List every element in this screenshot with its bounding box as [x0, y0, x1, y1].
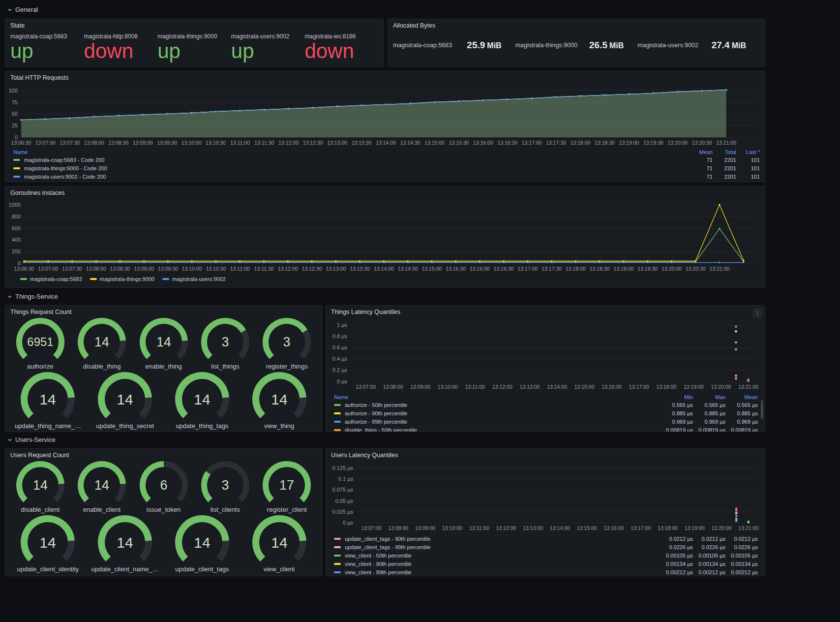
series-name[interactable]: update_client_tags - 90th percentile — [345, 536, 430, 542]
series-name[interactable]: view_client - 50th percentile — [345, 553, 412, 559]
legend-item[interactable]: magistrala-coap:5683 — [20, 276, 82, 282]
gauge-title: enable_thing — [145, 363, 181, 370]
svg-text:14: 14 — [94, 478, 109, 493]
svg-text:14: 14 — [117, 391, 133, 407]
svg-text:14: 14 — [271, 534, 287, 551]
stat-value: 25.9MiB — [467, 40, 501, 51]
gauge-title: view_client — [264, 565, 295, 573]
state-stats: magistrala-coap:5683upmagistrala-http:80… — [5, 32, 383, 62]
svg-text:0.075 µs: 0.075 µs — [332, 487, 354, 493]
gauge-disable_thing: 14disable_thing — [71, 317, 132, 372]
legend-header-name[interactable]: Name — [13, 149, 689, 155]
svg-text:3: 3 — [283, 335, 291, 349]
panel-title[interactable]: Allocated Bytes — [388, 19, 765, 32]
svg-text:13:07:00: 13:07:00 — [38, 266, 58, 272]
svg-text:13:17:00: 13:17:00 — [517, 266, 538, 272]
legend-scrollbar[interactable] — [761, 400, 763, 419]
legend-header-max[interactable]: Max — [693, 394, 725, 400]
svg-text:13:17:00: 13:17:00 — [629, 384, 649, 390]
svg-text:1000: 1000 — [9, 202, 21, 208]
legend-header-last[interactable]: Last * — [736, 149, 760, 155]
panel-goroutines-instances: Goroutines instaces 0200400600800100013:… — [5, 186, 765, 288]
series-name[interactable]: view_client - 90th percentile — [345, 561, 412, 567]
svg-text:0.025 µs: 0.025 µs — [332, 509, 354, 515]
row-header-things-service[interactable]: Things-Service — [7, 293, 58, 300]
legend-header-mean[interactable]: Mean — [689, 149, 713, 155]
legend-value: 0.969 µs — [660, 419, 693, 425]
gauge-enable_client: 14enable_client — [71, 461, 132, 515]
things-latency-legend: NameMinMaxMeanauthorize - 50th percentil… — [334, 393, 758, 432]
row-header-users-service[interactable]: Users-Service — [7, 436, 56, 443]
legend-value: 71 — [689, 165, 713, 171]
panel-menu-icon[interactable]: ⋮ — [752, 308, 762, 318]
legend-item[interactable]: magistrala-things:9000 — [90, 276, 154, 282]
legend-value: 0.0212 µs — [693, 536, 725, 542]
legend-header-mean[interactable]: Mean — [725, 394, 758, 400]
row-header-general[interactable]: General — [7, 6, 38, 13]
svg-text:13:09:00: 13:09:00 — [415, 525, 435, 531]
allocated-stat: magistrala-things:900026.5MiB — [515, 40, 638, 51]
series-color-icon — [334, 429, 341, 431]
users-latency-chart: 0 µs0.025 µs0.05 µs0.075 µs0.1 µs0.125 µ… — [328, 461, 763, 532]
legend-header-name[interactable]: Name — [334, 394, 660, 400]
legend-value: 0.00105 µs — [725, 553, 758, 559]
legend-value: 0.885 µs — [725, 410, 758, 416]
panel-title[interactable]: Things Request Count — [5, 306, 322, 318]
svg-text:17: 17 — [279, 478, 294, 493]
legend-value: 0.885 µs — [693, 410, 725, 416]
svg-text:13:19:00: 13:19:00 — [614, 266, 634, 272]
legend-value: 0.00134 µs — [660, 561, 693, 567]
legend-value: 0.00105 µs — [660, 553, 693, 559]
series-name[interactable]: authorize - 99th percentile — [345, 419, 407, 425]
legend-header-row: NameMeanTotalLast * — [13, 148, 760, 156]
stat-unit: MiB — [609, 41, 624, 50]
stat-value: up — [231, 41, 305, 62]
gauge-update_thing_tags: 14update_thing_tags — [164, 372, 241, 432]
panel-title[interactable]: Things Latency Quantiles — [326, 306, 765, 318]
gauge-title: update_thing_secret — [96, 422, 154, 430]
legend-series: view_client - 90th percentile — [334, 561, 660, 567]
gauge-title: update_client_name_… — [91, 565, 158, 573]
series-name[interactable]: view_client - 99th percentile — [345, 569, 412, 575]
legend-series: magistrala-things:9000 - Code 200 — [13, 165, 689, 171]
series-name[interactable]: disable_thing - 50th percentile — [345, 427, 417, 433]
svg-text:13:18:00: 13:18:00 — [656, 384, 676, 390]
series-name[interactable]: authorize - 90th percentile — [345, 410, 407, 416]
panel-title[interactable]: State — [5, 19, 383, 32]
panel-total-http-requests: Total HTTP Requests 025507510013:06:3013… — [5, 71, 765, 182]
svg-text:13:19:00: 13:19:00 — [684, 384, 704, 390]
panel-title[interactable]: Goroutines instaces — [5, 187, 765, 199]
gauge-title: enable_client — [83, 506, 121, 513]
panel-title[interactable]: Users Latency Quantiles — [326, 449, 765, 462]
legend-item[interactable]: magistrala-users:9002 — [162, 276, 226, 282]
svg-text:13:14:30: 13:14:30 — [398, 266, 418, 272]
chevron-down-icon — [7, 437, 13, 443]
series-name[interactable]: magistrala-users:9002 - Code 200 — [24, 174, 106, 180]
svg-text:13:11:30: 13:11:30 — [254, 266, 274, 272]
svg-text:13:21:00: 13:21:00 — [738, 525, 758, 531]
series-name[interactable]: authorize - 50th percentile — [345, 402, 407, 408]
svg-text:13:14:00: 13:14:00 — [376, 140, 396, 146]
gauge-update_client_tags: 14update_client_tags — [164, 515, 241, 575]
stat-value: up — [157, 41, 231, 62]
gauge-arc: 17 — [262, 461, 311, 506]
svg-text:13:20:00: 13:20:00 — [712, 525, 732, 531]
svg-text:13:07:30: 13:07:30 — [62, 266, 82, 272]
legend-value: 0.0226 µs — [660, 544, 693, 550]
series-name[interactable]: update_client_tags - 99th percentile — [345, 544, 430, 550]
series-name[interactable]: magistrala-coap:5683 - Code 200 — [24, 157, 104, 163]
gauge-title: list_clients — [210, 506, 240, 513]
state-stat: magistrala-things:9000up — [157, 33, 231, 62]
panel-title[interactable]: Total HTTP Requests — [5, 71, 765, 84]
legend-header-total[interactable]: Total — [713, 149, 736, 155]
panel-title[interactable]: Users Request Count — [5, 449, 322, 462]
legend-header-min[interactable]: Min — [660, 394, 693, 400]
gauge-row: 14disable_client14enable_client6issue_to… — [9, 461, 318, 515]
http-legend-table: NameMeanTotalLast *magistrala-coap:5683 … — [13, 148, 760, 181]
svg-text:13:15:00: 13:15:00 — [574, 384, 595, 390]
series-name[interactable]: magistrala-things:9000 - Code 200 — [24, 165, 107, 171]
svg-text:13:07:00: 13:07:00 — [361, 525, 382, 531]
svg-text:13:10:30: 13:10:30 — [206, 266, 226, 272]
legend-value: 0.00134 µs — [725, 561, 758, 567]
svg-text:13:08:30: 13:08:30 — [108, 140, 128, 146]
